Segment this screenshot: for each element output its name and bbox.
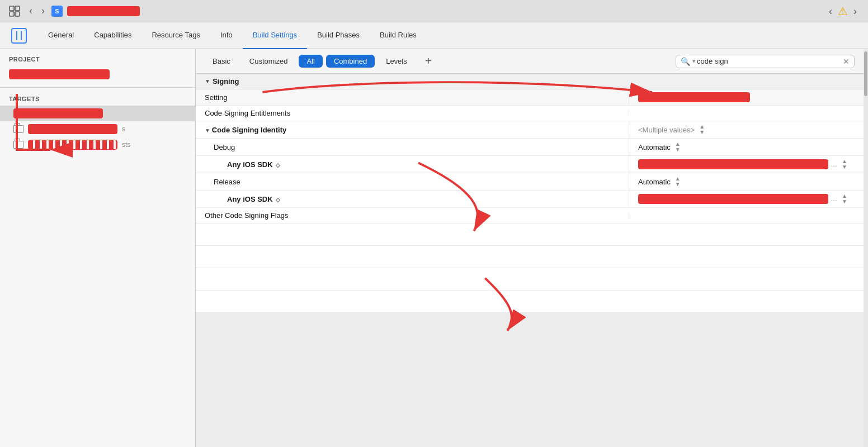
filter-basic[interactable]: Basic [205,55,238,68]
scrollbar-track[interactable] [864,49,868,447]
empty-row-1 [196,224,864,246]
titlebar: ‹ › S ‹ ⚠ › [0,0,868,22]
ellipsis-debug: … [831,160,837,168]
filter-levels[interactable]: Levels [378,55,415,68]
val-code-signing-entitlements [629,111,864,116]
project-section-label: PROJECT [0,49,195,66]
row-other-code-signing-flags[interactable]: Other Code Signing Flags [196,208,864,224]
target-item-2[interactable]: s [0,121,195,137]
val-code-signing-identity: <Multiple values> ▲▼ [629,121,864,138]
scrollbar-thumb[interactable] [864,51,867,96]
svg-rect-3 [15,12,20,16]
stepper-ios-sdk-debug[interactable]: ▲▼ [842,159,847,170]
main-layout: PROJECT TARGETS s sts [0,49,868,447]
search-input[interactable] [697,57,843,65]
filter-combined[interactable]: Combined [326,55,375,68]
header-val-redacted [638,92,750,102]
key-any-ios-sdk-debug: Any iOS SDK ◇ [196,158,629,172]
search-chevron: ▾ [692,58,696,65]
warning-icon: ⚠ [838,4,848,18]
stepper-ios-sdk-release[interactable]: ▲▼ [842,193,847,205]
sdk-chevron-release: ◇ [276,197,280,203]
column-header-row: Setting [196,89,864,106]
signing-label: Signing [213,77,239,85]
column-value-header [629,89,864,105]
val-debug: Automatic ▲▼ [629,139,864,155]
target-3-name-redacted [28,140,117,150]
tab-build-settings[interactable]: Build Settings [243,22,308,49]
tab-general[interactable]: General [38,22,84,49]
target-item-1[interactable] [0,106,195,121]
empty-row-4 [196,291,864,313]
targets-section-label: TARGETS [0,92,195,106]
key-code-signing-identity: ▼ Code Signing Identity [196,123,629,137]
sdk-chevron-debug: ◇ [276,162,280,168]
folder-icon-2 [13,141,23,149]
stepper-release[interactable]: ▲▼ [675,176,681,187]
titlebar-left: ‹ › S [7,3,140,19]
sidebar: PROJECT TARGETS s sts [0,49,196,447]
empty-row-2 [196,246,864,268]
target-2-name-redacted [28,124,117,134]
row-code-signing-identity[interactable]: ▼ Code Signing Identity <Multiple values… [196,121,864,139]
row-release[interactable]: Release Automatic ▲▼ [196,173,864,191]
val-any-ios-sdk-debug: … ▲▼ [629,156,864,173]
empty-row-3 [196,268,864,291]
add-setting-button[interactable]: + [421,54,436,69]
row-any-ios-sdk-debug[interactable]: Any iOS SDK ◇ … ▲▼ [196,156,864,173]
content-area: Basic Customized All Combined Levels + [196,49,864,447]
target-item-3[interactable]: sts [0,137,195,153]
stepper-code-signing-identity[interactable]: ▲▼ [699,124,705,135]
tab-info[interactable]: Info [210,22,243,49]
target-2-suffix: s [122,125,125,133]
section-triangle: ▼ [205,78,210,84]
svg-rect-0 [10,6,14,11]
tab-build-phases[interactable]: Build Phases [307,22,370,49]
val-ios-sdk-debug-redacted [638,159,828,169]
tabbar: General Capabilities Resource Tags Info … [0,22,868,49]
row-debug[interactable]: Debug Automatic ▲▼ [196,139,864,156]
val-debug-text: Automatic [638,143,671,151]
project-name-redacted [67,6,140,16]
row-any-ios-sdk-release[interactable]: Any iOS SDK ◇ … ▲▼ [196,191,864,208]
titlebar-forward-button[interactable]: › [851,4,859,18]
val-other-code-signing-flags [629,213,864,218]
search-clear-button[interactable]: ✕ [843,57,850,66]
project-name-redacted [9,69,110,79]
forward-button[interactable]: › [39,4,47,18]
titlebar-back-button[interactable]: ‹ [827,4,834,18]
file-icon: S [51,6,63,17]
sidebar-divider [0,87,195,88]
settings-area: ▼ Signing Setting [196,74,864,447]
titlebar-right: ‹ ⚠ › [827,4,859,18]
sidebar-toggle-icon[interactable] [11,28,27,44]
folder-icon-1 [13,125,23,133]
svg-rect-2 [10,12,14,16]
key-any-ios-sdk-release: Any iOS SDK ◇ [196,192,629,206]
filter-all[interactable]: All [299,55,322,68]
tab-resource-tags[interactable]: Resource Tags [141,22,210,49]
val-any-ios-sdk-release: … ▲▼ [629,191,864,207]
row-code-signing-entitlements[interactable]: Code Signing Entitlements [196,106,864,121]
val-release: Automatic ▲▼ [629,173,864,190]
signing-section-header: ▼ Signing [196,74,864,89]
project-item[interactable] [0,66,195,83]
ellipsis-release: … [831,195,837,203]
val-release-text: Automatic [638,178,671,186]
multiple-values-label: <Multiple values> [638,126,695,134]
column-setting: Setting [196,91,629,104]
stepper-debug[interactable]: ▲▼ [675,141,681,153]
svg-rect-1 [15,6,20,11]
tab-build-rules[interactable]: Build Rules [370,22,427,49]
grid-icon [7,3,22,19]
search-box: 🔍 ▾ ✕ [676,55,855,68]
expand-triangle: ▼ [205,127,212,134]
key-debug: Debug [196,140,629,154]
tab-capabilities[interactable]: Capabilities [84,22,141,49]
val-ios-sdk-release-redacted [638,194,828,204]
back-button[interactable]: ‹ [27,4,35,18]
label-code-signing-identity: Code Signing Identity [212,126,287,134]
key-release: Release [196,175,629,189]
filter-customized[interactable]: Customized [242,55,296,68]
key-other-code-signing-flags: Other Code Signing Flags [196,208,629,222]
